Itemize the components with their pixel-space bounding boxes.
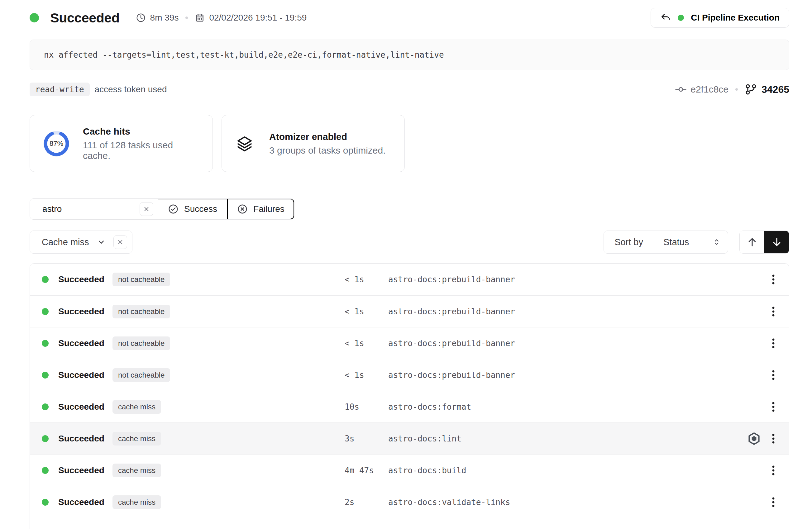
task-name: astro-docs:prebuild-banner xyxy=(388,307,771,316)
cache-hits-subtitle: 111 of 128 tasks used cache. xyxy=(83,140,199,161)
back-arrow-icon xyxy=(660,13,671,23)
clock-icon xyxy=(136,13,146,23)
separator-dot xyxy=(185,16,188,19)
filter-success-label: Success xyxy=(184,204,217,214)
task-row-partial[interactable]: Succeeded 3s astro-docs-e2e:e2e-ci-725 (… xyxy=(30,518,789,529)
search-input[interactable] xyxy=(42,204,140,214)
filter-failures-label: Failures xyxy=(253,204,285,214)
task-status: Succeeded xyxy=(58,307,113,317)
kebab-menu-icon xyxy=(771,432,775,445)
x-circle-icon xyxy=(237,204,248,214)
cache-hits-card: 87% Cache hits 111 of 128 tasks used cac… xyxy=(30,115,213,172)
task-duration: 4m 47s xyxy=(345,466,388,475)
task-row[interactable]: Succeeded cache miss 4m 47s astro-docs:b… xyxy=(30,454,789,486)
task-name: astro-docs:prebuild-banner xyxy=(388,370,771,380)
cache-hits-donut: 87% xyxy=(44,131,69,157)
nx-command-text: nx affected --targets=lint,test,test-kt,… xyxy=(44,50,444,59)
kebab-menu-icon xyxy=(771,464,775,477)
branch-number[interactable]: 34265 xyxy=(762,84,789,95)
row-menu-button[interactable] xyxy=(771,337,775,350)
sort-select[interactable]: Status xyxy=(654,231,728,253)
access-token-row: read-write access token used e2f1c8ce 34… xyxy=(30,83,789,96)
token-label: access token used xyxy=(95,85,167,94)
kebab-menu-icon xyxy=(771,305,775,318)
cache-miss-filter[interactable]: Cache miss xyxy=(30,231,132,254)
hexagon-icon xyxy=(747,432,761,445)
sort-direction-group xyxy=(739,231,789,254)
task-row[interactable]: Succeeded not cacheable < 1s astro-docs:… xyxy=(30,264,789,295)
pipeline-status-dot xyxy=(678,15,684,21)
close-icon xyxy=(117,238,124,246)
cache-badge: not cacheable xyxy=(113,337,170,350)
cache-miss-filter-label: Cache miss xyxy=(42,237,89,247)
sort-select-value: Status xyxy=(663,237,712,247)
cache-badge: not cacheable xyxy=(113,273,170,286)
filter-success-button[interactable]: Success xyxy=(158,199,228,219)
task-row[interactable]: Succeeded not cacheable < 1s astro-docs:… xyxy=(30,359,789,391)
task-duration: 2s xyxy=(345,498,388,507)
cache-hits-percent: 87% xyxy=(44,131,69,157)
command-box: nx affected --targets=lint,test,test-kt,… xyxy=(30,40,789,70)
pipeline-execution-button[interactable]: CI Pipeline Execution xyxy=(651,8,789,28)
task-status: Succeeded xyxy=(58,338,113,348)
run-duration-text: 8m 39s xyxy=(150,13,179,23)
run-status-title: Succeeded xyxy=(50,10,120,26)
row-menu-button[interactable] xyxy=(771,305,775,318)
status-dot xyxy=(42,372,48,379)
task-row[interactable]: Succeeded cache miss 2s astro-docs:valid… xyxy=(30,486,789,518)
filter-bar: Success Failures xyxy=(30,199,294,220)
task-status: Succeeded xyxy=(58,434,113,444)
atomizer-title: Atomizer enabled xyxy=(269,131,386,142)
task-duration: 10s xyxy=(345,402,388,412)
filter-failures-button[interactable]: Failures xyxy=(228,199,294,219)
task-name: astro-docs:validate-links xyxy=(388,498,771,507)
row-menu-button[interactable] xyxy=(771,273,775,286)
status-dot xyxy=(42,276,48,283)
task-name: astro-docs:build xyxy=(388,466,771,475)
row-menu-button[interactable] xyxy=(771,496,775,509)
linter-hexagon-button[interactable] xyxy=(747,432,761,445)
task-duration: < 1s xyxy=(345,275,388,284)
separator-dot xyxy=(735,88,738,91)
run-header: Succeeded 8m 39s 02/02/2026 19:51 - 19:5… xyxy=(30,8,789,28)
sort-ascending-button[interactable] xyxy=(740,231,764,253)
commit-sha[interactable]: e2f1c8ce xyxy=(691,84,728,95)
task-status: Succeeded xyxy=(58,497,113,507)
kebab-menu-icon xyxy=(771,528,775,529)
row-menu-button[interactable] xyxy=(771,401,775,413)
row-menu-button[interactable] xyxy=(771,369,775,381)
layers-icon xyxy=(235,135,253,153)
close-icon xyxy=(143,205,150,213)
task-duration: < 1s xyxy=(345,307,388,316)
clear-search-button[interactable] xyxy=(140,202,153,216)
run-duration: 8m 39s xyxy=(136,13,179,23)
cache-badge: cache miss xyxy=(113,400,161,414)
run-date-range: 02/02/2026 19:51 - 19:59 xyxy=(195,13,307,23)
row-menu-button[interactable] xyxy=(771,528,775,529)
task-row[interactable]: Succeeded not cacheable < 1s astro-docs:… xyxy=(30,295,789,327)
task-row[interactable]: Succeeded not cacheable < 1s astro-docs:… xyxy=(30,327,789,359)
task-row[interactable]: Succeeded cache miss 3s astro-docs:lint xyxy=(30,423,789,454)
task-row[interactable]: Succeeded cache miss 10s astro-docs:form… xyxy=(30,391,789,423)
select-chevrons-icon xyxy=(712,238,721,247)
row-menu-button[interactable] xyxy=(771,432,775,445)
task-name: astro-docs:format xyxy=(388,402,771,412)
list-toolbar: Cache miss Sort by Status xyxy=(30,231,789,254)
cache-hits-title: Cache hits xyxy=(83,126,199,137)
branch-icon xyxy=(745,83,757,95)
task-list: Succeeded not cacheable < 1s astro-docs:… xyxy=(30,263,789,529)
sort-descending-button[interactable] xyxy=(764,231,789,253)
clear-cache-filter-button[interactable] xyxy=(113,235,127,249)
search-section xyxy=(30,199,158,219)
cache-badge: not cacheable xyxy=(113,305,170,319)
task-status: Succeeded xyxy=(58,466,113,475)
task-name: astro-docs:prebuild-banner xyxy=(388,339,771,348)
status-dot xyxy=(42,308,48,315)
status-dot xyxy=(42,499,48,505)
kebab-menu-icon xyxy=(771,496,775,509)
task-name: astro-docs:lint xyxy=(388,434,747,443)
row-menu-button[interactable] xyxy=(771,464,775,477)
pipeline-run-page: Succeeded 8m 39s 02/02/2026 19:51 - 19:5… xyxy=(0,0,812,529)
kebab-menu-icon xyxy=(771,273,775,286)
vcs-info: e2f1c8ce 34265 xyxy=(675,83,789,95)
